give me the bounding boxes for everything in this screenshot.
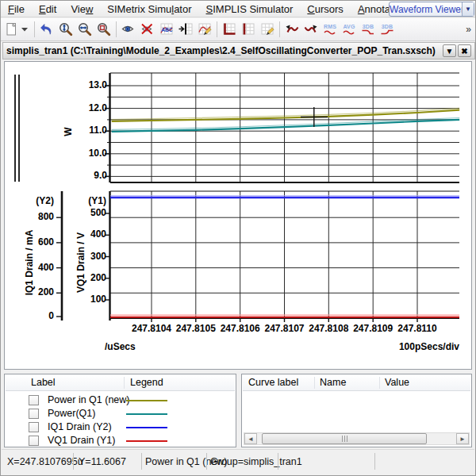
- curve-label: IQ1 Drain (Y2): [48, 421, 112, 432]
- y2-axis-header: (Y2): [22, 195, 54, 206]
- legend-row-1[interactable]: Power in Q1 (new): [6, 393, 235, 407]
- top-y-axis-title: W: [63, 112, 74, 152]
- horizontal-scrollbar[interactable]: ◄ ►: [244, 432, 470, 445]
- column-divider: [314, 377, 315, 389]
- curve-checkbox[interactable]: [29, 422, 39, 432]
- y2-axis-tick-label: 200: [22, 286, 54, 298]
- y1-axis-tick-label: 400: [75, 228, 106, 240]
- y1-axis-header: (Y1): [75, 195, 106, 206]
- y2-axis-tick-label: 400: [22, 262, 54, 273]
- x-axis-tick-label: 247.8107: [260, 323, 309, 334]
- status-separator: [141, 453, 142, 470]
- y1-axis-tick-label: 300: [75, 251, 106, 262]
- curve-table-header: Curve label Name Value: [243, 375, 470, 391]
- x-axis-tick-label: 247.8108: [304, 323, 353, 334]
- curve: [112, 120, 460, 132]
- x-axis-tick-label: 247.8110: [393, 323, 442, 334]
- scroll-left-icon[interactable]: ◄: [244, 433, 257, 444]
- statusbar: X=247.8107695uY=11.6067Power in Q1 (new)…: [2, 449, 474, 473]
- curve-label: Power in Q1 (new): [48, 394, 130, 405]
- column-divider: [379, 377, 380, 389]
- y1-axis-tick-label: 200: [75, 272, 106, 283]
- curve-checkbox[interactable]: [29, 436, 39, 446]
- curve-table-header-label: Curve label: [248, 377, 298, 388]
- curve-color-swatch: [126, 400, 167, 401]
- y2-axis-tick-label: 0: [22, 310, 54, 321]
- legend-row-2[interactable]: Power(Q1): [6, 407, 235, 420]
- curve-table-header-name: Name: [320, 377, 346, 388]
- w-axis-tick-label: 11.0: [75, 125, 107, 136]
- curve-color-swatch: [126, 427, 167, 428]
- curve-label: VQ1 Drain (Y1): [48, 435, 115, 446]
- y1-axis-tick-label: 100: [75, 294, 106, 305]
- x-axis-tick-label: 247.8104: [127, 323, 176, 334]
- legend-row-3[interactable]: IQ1 Drain (Y2): [6, 420, 235, 434]
- y1-axis-tick-label: 500: [75, 207, 106, 218]
- curve-checkbox[interactable]: [29, 395, 39, 405]
- status-separator: [278, 453, 278, 470]
- status-separator: [73, 453, 74, 470]
- legend-header-label: Label: [31, 377, 56, 388]
- curve-color-swatch: [126, 440, 167, 442]
- legend-header-legend: Legend: [130, 377, 163, 388]
- scrollbar-thumb[interactable]: [262, 433, 427, 444]
- curve-label: Power(Q1): [48, 408, 95, 419]
- scroll-right-icon[interactable]: ►: [456, 433, 469, 444]
- legend-row-4[interactable]: VQ1 Drain (Y1): [6, 434, 235, 447]
- curve-table-header-value: Value: [385, 377, 409, 388]
- status-cell-2: Y=11.6067: [79, 456, 126, 467]
- x-axis-unit: /uSecs: [105, 341, 136, 352]
- w-axis-tick-label: 12.0: [75, 102, 107, 113]
- legend-panel: Label Legend Power in Q1 (new)Power(Q1)I…: [4, 374, 236, 447]
- w-axis-tick-label: 10.0: [75, 148, 107, 159]
- curve-checkbox[interactable]: [29, 409, 39, 419]
- y2-axis-tick-label: 600: [22, 236, 54, 248]
- status-cell-4: Group=simplis_tran1: [210, 456, 302, 467]
- status-separator: [206, 453, 207, 470]
- curve-table-panel: Curve label Name Value ◄ ►: [241, 374, 472, 447]
- curve-color-swatch: [126, 413, 167, 415]
- x-axis-tick-label: 247.8105: [171, 323, 221, 334]
- legend-header: Label Legend: [6, 375, 235, 391]
- x-axis-tick-label: 247.8109: [348, 323, 397, 334]
- column-divider: [124, 377, 125, 389]
- w-axis-tick-label: 13.0: [75, 79, 107, 90]
- y2-axis-tick-label: 800: [22, 211, 54, 222]
- status-separator: [374, 453, 375, 470]
- x-axis-per-div: 100pSecs/div: [380, 341, 459, 352]
- x-axis-tick-label: 247.8106: [216, 323, 265, 334]
- w-axis-tick-label: 9.0: [75, 170, 107, 181]
- status-cell-1: X=247.8107695u: [7, 456, 83, 467]
